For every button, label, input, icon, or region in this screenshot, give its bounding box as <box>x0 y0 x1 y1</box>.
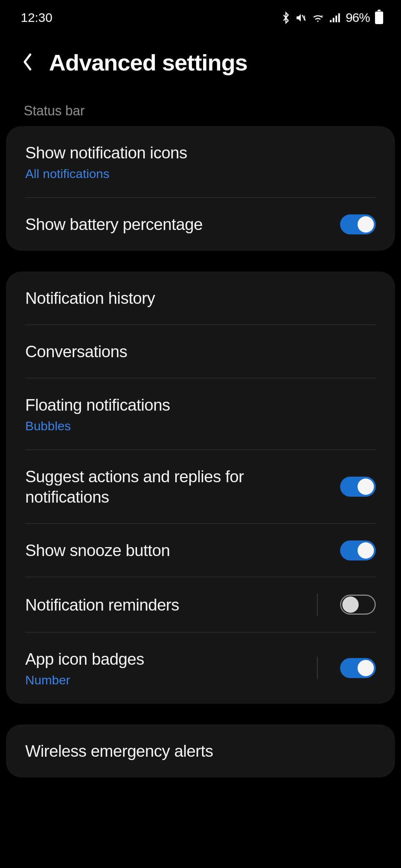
row-suggest-actions[interactable]: Suggest actions and replies for notifica… <box>6 450 395 523</box>
row-conversations[interactable]: Conversations <box>6 325 395 378</box>
row-subtitle: Number <box>25 673 317 687</box>
status-bar: 12:30 6 <box>0 0 401 34</box>
card-statusbar: Show notification icons All notification… <box>6 126 395 251</box>
toggle-suggest-actions[interactable] <box>340 477 376 497</box>
page-title: Advanced settings <box>49 49 247 76</box>
section-label-statusbar: Status bar <box>0 94 401 126</box>
row-notification-reminders[interactable]: Notification reminders <box>6 577 395 632</box>
row-title: Show battery percentage <box>25 214 329 234</box>
svg-rect-3 <box>333 18 335 22</box>
status-icons: 6 96% <box>282 10 383 25</box>
svg-text:6: 6 <box>321 14 323 18</box>
row-show-battery-percentage[interactable]: Show battery percentage <box>6 198 395 251</box>
battery-icon <box>375 11 383 24</box>
bluetooth-icon <box>282 11 290 24</box>
row-show-notification-icons[interactable]: Show notification icons All notification… <box>6 126 395 197</box>
svg-rect-2 <box>330 20 332 22</box>
row-notification-history[interactable]: Notification history <box>6 272 395 325</box>
row-title: Notification reminders <box>25 595 317 615</box>
row-subtitle: All notifications <box>25 167 376 181</box>
toggle-notification-reminders[interactable] <box>340 595 376 615</box>
row-show-snooze[interactable]: Show snooze button <box>6 524 395 577</box>
toggle-show-battery-percentage[interactable] <box>340 214 376 234</box>
signal-icon <box>329 13 340 23</box>
toggle-separator <box>317 594 318 616</box>
toggle-app-icon-badges[interactable] <box>340 658 376 678</box>
status-time: 12:30 <box>21 10 52 25</box>
row-title: Wireless emergency alerts <box>25 741 376 761</box>
row-title: Suggest actions and replies for notifica… <box>25 466 329 507</box>
mute-icon <box>295 12 306 23</box>
row-title: Show snooze button <box>25 540 329 560</box>
back-button[interactable] <box>21 53 34 73</box>
row-title: Floating notifications <box>25 395 376 415</box>
battery-percentage: 96% <box>346 10 370 25</box>
row-wireless-emergency-alerts[interactable]: Wireless emergency alerts <box>6 724 395 777</box>
row-title: Notification history <box>25 288 376 308</box>
page-header: Advanced settings <box>0 34 401 94</box>
card-notifications: Notification history Conversations Float… <box>6 272 395 704</box>
row-title: Conversations <box>25 341 376 362</box>
row-floating-notifications[interactable]: Floating notifications Bubbles <box>6 378 395 450</box>
toggle-show-snooze[interactable] <box>340 540 376 560</box>
toggle-separator <box>317 657 318 679</box>
svg-rect-4 <box>335 16 337 22</box>
wifi-icon: 6 <box>312 13 324 23</box>
svg-rect-5 <box>338 13 340 22</box>
row-app-icon-badges[interactable]: App icon badges Number <box>6 632 395 704</box>
row-subtitle: Bubbles <box>25 419 376 433</box>
row-title: App icon badges <box>25 649 317 669</box>
row-title: Show notification icons <box>25 142 376 163</box>
card-emergency: Wireless emergency alerts <box>6 724 395 777</box>
